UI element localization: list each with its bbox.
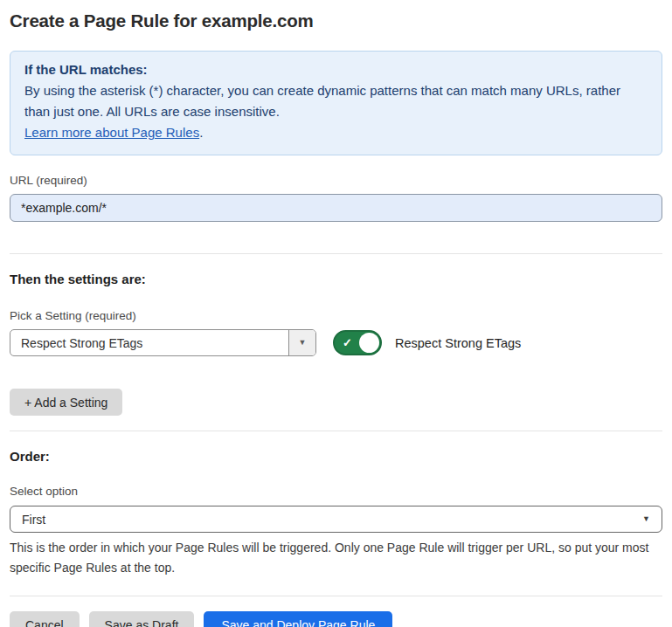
check-icon: ✓	[343, 336, 352, 350]
link-suffix: .	[199, 125, 203, 140]
order-select-value: First	[22, 513, 45, 527]
page-title: Create a Page Rule for example.com	[10, 10, 662, 31]
order-section-heading: Order:	[10, 449, 662, 464]
info-box-heading: If the URL matches:	[24, 59, 648, 80]
url-field-label: URL (required)	[10, 174, 662, 187]
cancel-button[interactable]: Cancel	[10, 611, 80, 627]
save-and-deploy-button[interactable]: Save and Deploy Page Rule	[204, 611, 392, 627]
settings-section-heading: Then the settings are:	[10, 272, 662, 286]
page-rule-form: Create a Page Rule for example.com If th…	[0, 10, 672, 627]
setting-select[interactable]: Respect Strong ETags ▼	[10, 329, 316, 356]
footer-actions: Cancel Save as Draft Save and Deploy Pag…	[10, 611, 662, 627]
chevron-down-icon: ▼	[642, 515, 650, 523]
divider	[10, 431, 662, 431]
divider	[10, 253, 662, 254]
setting-select-arrow-button[interactable]: ▼	[288, 330, 315, 355]
order-select-label: Select option	[10, 485, 662, 498]
save-as-draft-button[interactable]: Save as Draft	[89, 611, 195, 627]
setting-select-value: Respect Strong ETags	[10, 330, 288, 355]
setting-row: Respect Strong ETags ▼ ✓ Respect Strong …	[10, 329, 662, 356]
info-box-body: By using the asterisk (*) character, you…	[24, 80, 648, 122]
respect-strong-etags-toggle[interactable]: ✓	[333, 330, 382, 355]
chevron-down-icon: ▼	[299, 339, 307, 347]
setting-picker-label: Pick a Setting (required)	[10, 309, 662, 322]
order-help-text: This is the order in which your Page Rul…	[10, 538, 662, 578]
order-select[interactable]: First ▼	[10, 506, 662, 533]
url-input[interactable]	[10, 194, 662, 222]
url-match-info-box: If the URL matches: By using the asteris…	[10, 51, 662, 155]
info-box-link-line: Learn more about Page Rules.	[24, 122, 648, 143]
add-setting-button[interactable]: + Add a Setting	[10, 389, 122, 416]
learn-more-link[interactable]: Learn more about Page Rules	[24, 125, 199, 140]
toggle-knob	[359, 333, 379, 353]
divider	[10, 596, 662, 596]
toggle-label: Respect Strong ETags	[395, 336, 521, 350]
